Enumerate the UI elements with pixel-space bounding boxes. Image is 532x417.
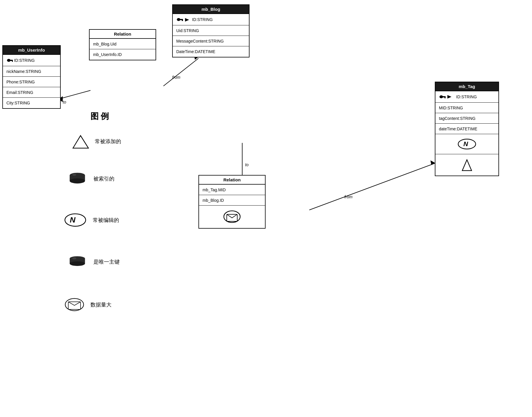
field-tag-mid: MID:STRING [435, 103, 498, 113]
svg-rect-22 [443, 96, 446, 97]
legend-text-4: 是唯一主键 [93, 258, 120, 265]
key-icon-tag [439, 94, 455, 100]
field-blog-uid: Uid:STRING [173, 25, 249, 36]
field-blog-datetime: DateTime:DATETIME [173, 46, 249, 57]
relation-1-field-2: mb_UserInfo.ID [90, 49, 156, 60]
svg-point-21 [439, 95, 443, 98]
field-tag-mid-text: MID:STRING [439, 106, 463, 110]
svg-point-15 [177, 18, 180, 21]
relation-2-field-2-text: mb_Blog.ID [203, 198, 224, 203]
relation-1-header: Relation [90, 30, 156, 39]
svg-point-19 [224, 211, 240, 222]
entity-mb-userinfo: mb_UserInfo ID:STRING nickName:STRING Ph… [2, 45, 61, 109]
legend-db-icon [67, 172, 88, 185]
entity-mb-userinfo-header: mb_UserInfo [3, 46, 60, 55]
legend-text-1: 常被添加的 [95, 138, 121, 145]
svg-rect-14 [12, 61, 13, 62]
field-userinfo-id: ID:STRING [3, 55, 60, 66]
svg-point-39 [65, 299, 84, 311]
svg-rect-16 [180, 19, 183, 20]
field-userinfo-id-text: ID:STRING [14, 58, 35, 63]
diagram-container: to from to from mb_UserInfo ID:STRIN [0, 0, 532, 417]
field-tag-datetime: dateTime:DATETIME [435, 124, 498, 134]
relation-1-field-1-text: mb_Blog.Uid [93, 42, 116, 46]
legend-item-4: 是唯一主键 [67, 255, 120, 268]
field-blog-msgcontent-text: MessageContent:STRING [176, 39, 224, 43]
relation-box-2: Relation mb_Tag.MID mb_Blog.ID [198, 175, 266, 229]
entity-mb-tag-header: mb_Tag [435, 82, 498, 91]
field-userinfo-phone: Phone:STRING [3, 77, 60, 87]
svg-line-0 [58, 90, 90, 99]
relation-1-field-1: mb_Blog.Uid [90, 39, 156, 49]
svg-text:N: N [70, 215, 76, 224]
svg-point-32 [72, 174, 76, 176]
svg-rect-17 [182, 20, 183, 21]
mail-icon-relation2 [223, 210, 241, 223]
field-userinfo-city: City:STRING [3, 98, 60, 108]
svg-text:to: to [63, 100, 66, 104]
legend-text-2: 被索引的 [93, 175, 114, 182]
legend-item-2: 被索引的 [67, 172, 114, 185]
svg-rect-23 [444, 97, 446, 98]
key-icon-userinfo [6, 57, 13, 64]
relation-1-field-2-text: mb_UserInfo.ID [93, 52, 122, 57]
field-blog-msgcontent: MessageContent:STRING [173, 36, 249, 46]
relation-2-header-text: Relation [223, 177, 240, 182]
field-userinfo-email: Email:STRING [3, 87, 60, 98]
relation-2-field-1: mb_Tag.MID [199, 185, 265, 195]
legend-db2-icon [67, 255, 88, 268]
field-userinfo-nickname: nickName:STRING [3, 66, 60, 77]
legend-item-5: 数据量大 [64, 297, 111, 312]
legend-triangle-icon [71, 134, 89, 149]
legend-item-3: N 常被编辑的 [64, 213, 119, 227]
svg-text:from: from [344, 195, 353, 199]
relation-2-field-1-text: mb_Tag.MID [203, 188, 226, 192]
entity-mb-tag: mb_Tag ID:STRING MID:STRING tagContent:S… [435, 82, 499, 176]
svg-point-38 [72, 257, 76, 259]
svg-rect-13 [10, 60, 13, 61]
field-userinfo-nickname-text: nickName:STRING [6, 69, 41, 74]
field-tag-content: tagContent:STRING [435, 113, 498, 124]
relation-2-field-2: mb_Blog.ID [199, 195, 265, 206]
svg-text:N: N [463, 140, 468, 148]
svg-point-31 [70, 178, 85, 184]
legend-title: 图 例 [90, 111, 109, 122]
field-tag-triangle-icon [435, 154, 498, 176]
relation-1-header-text: Relation [114, 31, 131, 36]
field-tag-content-text: tagContent:STRING [439, 116, 475, 121]
svg-line-6 [309, 163, 435, 210]
svg-line-2 [163, 58, 198, 86]
field-tag-id-text: ID:STRING [456, 94, 477, 99]
field-userinfo-phone-text: Phone:STRING [6, 80, 35, 84]
svg-marker-24 [447, 95, 451, 99]
svg-point-37 [70, 261, 85, 266]
legend-item-1: 常被添加的 [71, 134, 121, 149]
legend-n-oval-icon: N [64, 213, 87, 227]
relation-2-mail-icon-field [199, 206, 265, 228]
field-blog-id-text: ID:STRING [192, 17, 213, 22]
field-userinfo-email-text: Email:STRING [6, 90, 33, 95]
legend-mail-oval-icon [64, 297, 85, 312]
svg-text:to: to [245, 162, 249, 167]
svg-marker-27 [462, 160, 472, 171]
svg-marker-28 [73, 136, 88, 148]
relation-2-header: Relation [199, 176, 265, 185]
field-blog-id: ID:STRING [173, 14, 249, 25]
svg-arrows: to from to from [0, 0, 532, 417]
field-blog-uid-text: Uid:STRING [176, 28, 199, 33]
svg-text:from: from [172, 75, 180, 80]
field-tag-n-icon: N [435, 134, 498, 154]
field-tag-datetime-text: dateTime:DATETIME [439, 127, 477, 131]
svg-point-12 [7, 59, 11, 62]
field-tag-id: ID:STRING [435, 91, 498, 103]
entity-mb-blog: mb_Blog ID:STRING Uid:STRING MessageCont… [172, 4, 250, 57]
triangle-icon-tag [461, 158, 473, 171]
svg-marker-11 [430, 160, 435, 165]
n-oval-icon-tag: N [458, 138, 477, 150]
key-icon-blog [176, 16, 191, 23]
svg-marker-18 [185, 18, 189, 22]
relation-box-1: Relation mb_Blog.Uid mb_UserInfo.ID [89, 29, 156, 60]
field-blog-datetime-text: DateTime:DATETIME [176, 49, 215, 54]
entity-mb-blog-header: mb_Blog [173, 5, 249, 14]
field-userinfo-city-text: City:STRING [6, 101, 30, 105]
